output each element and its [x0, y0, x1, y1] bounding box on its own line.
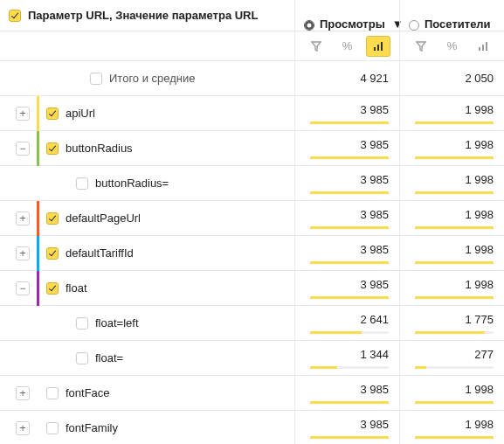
bar-track	[310, 331, 389, 334]
cell-value: 3 985	[306, 173, 389, 186]
bar-fill	[415, 401, 494, 404]
table-row: +defaultPageUrl3 9851 998	[0, 201, 504, 236]
row-checkbox[interactable]	[46, 282, 59, 295]
percent-button[interactable]: %	[439, 36, 464, 57]
expand-button[interactable]: +	[16, 386, 30, 400]
bar-fill	[415, 296, 494, 299]
collapse-button[interactable]: −	[16, 281, 30, 295]
cell-value: 2 641	[306, 313, 389, 326]
percent-button[interactable]: %	[335, 36, 359, 57]
bar-chart-icon	[478, 41, 488, 52]
cell-visitors: 1 998	[399, 131, 504, 165]
bar-track	[310, 366, 389, 369]
metric-header-visitors[interactable]: Посетители	[399, 0, 504, 31]
bar-chart-icon	[373, 41, 383, 52]
collapse-button[interactable]: −	[16, 142, 30, 156]
color-marker	[37, 236, 39, 271]
row-label[interactable]: float=left	[95, 316, 139, 330]
bar-track	[415, 191, 494, 194]
chart-button[interactable]	[366, 36, 390, 57]
row-checkbox[interactable]	[76, 352, 88, 364]
cell-value: 3 985	[306, 138, 389, 151]
cell-value: 1 775	[411, 313, 494, 326]
metric-label: Просмотры	[320, 17, 385, 31]
row-label[interactable]: defaultTariffId	[66, 246, 134, 260]
bar-fill	[310, 331, 362, 334]
row-label[interactable]: float	[66, 281, 87, 295]
bar-fill	[310, 401, 389, 404]
expand-button[interactable]: +	[16, 246, 30, 260]
cell-value: 1 998	[411, 103, 494, 116]
bar-fill	[415, 226, 494, 229]
cell-views: 3 985	[294, 411, 399, 444]
cell-visitors: 1 998	[399, 201, 504, 235]
expand-button[interactable]: +	[16, 421, 30, 435]
radio-icon	[409, 20, 419, 31]
row-checkbox[interactable]	[46, 212, 59, 225]
metric-header-views[interactable]: Просмотры ▼	[294, 0, 399, 31]
select-all-checkbox[interactable]	[9, 10, 21, 22]
bar-track	[415, 296, 494, 299]
cell-visitors: 1 775	[399, 306, 504, 340]
totals-label: Итого и средние	[109, 72, 195, 85]
filter-button[interactable]	[409, 36, 433, 57]
expand-button[interactable]: +	[16, 107, 30, 121]
bar-fill	[415, 261, 494, 264]
bar-track	[310, 191, 389, 194]
bar-track	[310, 156, 389, 159]
bar-fill	[415, 121, 494, 124]
row-checkbox[interactable]	[46, 387, 59, 399]
bar-fill	[310, 191, 389, 194]
row-checkbox[interactable]	[76, 317, 88, 330]
table-row: −buttonRadius3 9851 998	[0, 131, 504, 166]
bar-track	[415, 156, 494, 159]
row-checkbox[interactable]	[46, 247, 59, 260]
totals-checkbox[interactable]	[90, 73, 102, 85]
svg-rect-1	[377, 45, 379, 51]
color-marker	[37, 411, 39, 445]
row-label[interactable]: buttonRadius=	[95, 177, 169, 190]
row-checkbox[interactable]	[76, 177, 88, 190]
cell-visitors: 1 998	[399, 96, 504, 130]
svg-rect-5	[486, 42, 487, 51]
svg-rect-0	[374, 47, 376, 51]
row-checkbox[interactable]	[46, 142, 59, 155]
bar-track	[310, 226, 389, 229]
bar-track	[310, 296, 389, 299]
row-checkbox[interactable]	[46, 422, 59, 434]
row-label[interactable]: fontFamily	[66, 421, 118, 434]
cell-value: 1 998	[411, 418, 494, 431]
row-label[interactable]: fontFace	[66, 386, 110, 399]
row-label[interactable]: float=	[95, 351, 123, 364]
row-label[interactable]: apiUrl	[66, 107, 95, 120]
row-checkbox[interactable]	[46, 108, 59, 120]
bar-track	[415, 436, 494, 439]
cell-visitors: 1 998	[399, 236, 504, 270]
bar-fill	[310, 226, 389, 229]
cell-value: 1 344	[306, 348, 389, 361]
cell-views: 3 985	[294, 166, 399, 200]
chart-button[interactable]	[471, 36, 495, 57]
cell-value: 3 985	[306, 278, 389, 291]
metric-toolbar-visitors: %	[399, 31, 504, 60]
cell-views: 1 344	[294, 341, 399, 375]
table-row: +defaultTariffId3 9851 998	[0, 236, 504, 271]
cell-value: 277	[411, 348, 494, 361]
row-label[interactable]: buttonRadius	[66, 142, 133, 155]
filter-button[interactable]	[304, 36, 328, 57]
table-row: +fontFamily3 9851 998	[0, 411, 504, 444]
cell-visitors: 1 998	[399, 166, 504, 200]
color-marker	[37, 376, 39, 411]
metric-toolbar-views: %	[294, 31, 399, 60]
expand-button[interactable]: +	[16, 212, 30, 225]
cell-views: 3 985	[294, 201, 399, 235]
cell-visitors: 1 998	[399, 376, 504, 410]
cell-value: 3 985	[306, 418, 389, 431]
cell-value: 1 998	[411, 243, 494, 256]
cell-value: 3 985	[306, 243, 389, 256]
bar-fill	[415, 191, 494, 194]
svg-rect-2	[381, 42, 383, 51]
cell-views: 2 641	[294, 306, 399, 340]
cell-visitors: 1 998	[399, 271, 504, 305]
row-label[interactable]: defaultPageUrl	[66, 212, 141, 225]
